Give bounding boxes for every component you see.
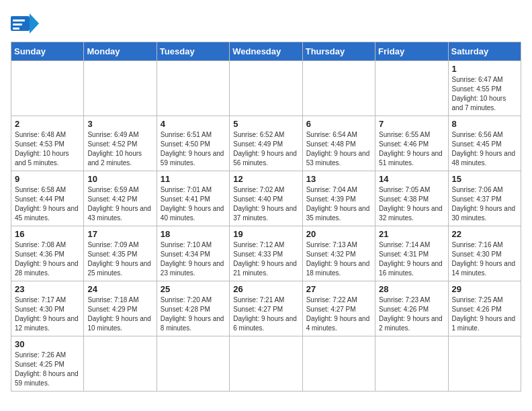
logo: [11, 11, 43, 36]
day-number: 6: [306, 119, 371, 129]
calendar-day-cell: 30Sunrise: 7:26 AM Sunset: 4:25 PM Dayli…: [11, 336, 84, 392]
day-number: 26: [233, 284, 298, 294]
day-number: 15: [452, 174, 517, 184]
calendar-day-cell: [157, 61, 229, 116]
calendar-day-cell: 15Sunrise: 7:06 AM Sunset: 4:37 PM Dayli…: [448, 171, 521, 226]
calendar-day-cell: 2Sunrise: 6:48 AM Sunset: 4:53 PM Daylig…: [11, 116, 84, 171]
calendar-day-cell: 6Sunrise: 6:54 AM Sunset: 4:48 PM Daylig…: [302, 116, 375, 171]
day-info: Sunrise: 6:56 AM Sunset: 4:45 PM Dayligh…: [452, 130, 517, 168]
day-info: Sunrise: 6:49 AM Sunset: 4:52 PM Dayligh…: [87, 130, 152, 168]
calendar-day-cell: 28Sunrise: 7:23 AM Sunset: 4:26 PM Dayli…: [375, 281, 448, 336]
day-number: 16: [15, 229, 80, 239]
calendar-day-cell: 16Sunrise: 7:08 AM Sunset: 4:36 PM Dayli…: [11, 226, 84, 281]
day-number: 25: [161, 284, 226, 294]
calendar-day-cell: 26Sunrise: 7:21 AM Sunset: 4:27 PM Dayli…: [230, 281, 302, 336]
calendar-day-cell: 25Sunrise: 7:20 AM Sunset: 4:28 PM Dayli…: [157, 281, 229, 336]
calendar-day-cell: [230, 336, 302, 392]
calendar-day-cell: 27Sunrise: 7:22 AM Sunset: 4:27 PM Dayli…: [302, 281, 375, 336]
day-number: 10: [87, 174, 152, 184]
day-number: 2: [15, 119, 80, 129]
page-header: [11, 11, 521, 36]
day-info: Sunrise: 7:16 AM Sunset: 4:30 PM Dayligh…: [452, 240, 517, 278]
calendar-day-cell: 23Sunrise: 7:17 AM Sunset: 4:30 PM Dayli…: [11, 281, 84, 336]
day-number: 14: [379, 174, 444, 184]
day-info: Sunrise: 7:21 AM Sunset: 4:27 PM Dayligh…: [233, 295, 298, 333]
day-info: Sunrise: 7:23 AM Sunset: 4:26 PM Dayligh…: [379, 295, 444, 333]
calendar-day-cell: 4Sunrise: 6:51 AM Sunset: 4:50 PM Daylig…: [157, 116, 229, 171]
calendar-week-row: 1Sunrise: 6:47 AM Sunset: 4:55 PM Daylig…: [11, 61, 521, 116]
calendar-week-row: 30Sunrise: 7:26 AM Sunset: 4:25 PM Dayli…: [11, 336, 521, 392]
day-number: 24: [87, 284, 152, 294]
calendar-day-cell: [11, 61, 84, 116]
calendar-table: SundayMondayTuesdayWednesdayThursdayFrid…: [11, 42, 521, 392]
calendar-day-cell: 5Sunrise: 6:52 AM Sunset: 4:49 PM Daylig…: [230, 116, 302, 171]
weekday-header-row: SundayMondayTuesdayWednesdayThursdayFrid…: [11, 42, 521, 61]
weekday-header-monday: Monday: [84, 42, 157, 61]
day-number: 18: [161, 229, 226, 239]
day-info: Sunrise: 7:13 AM Sunset: 4:32 PM Dayligh…: [306, 240, 371, 278]
day-number: 11: [161, 174, 226, 184]
calendar-day-cell: 14Sunrise: 7:05 AM Sunset: 4:38 PM Dayli…: [375, 171, 448, 226]
day-info: Sunrise: 6:51 AM Sunset: 4:50 PM Dayligh…: [161, 130, 226, 168]
calendar-day-cell: 12Sunrise: 7:02 AM Sunset: 4:40 PM Dayli…: [230, 171, 302, 226]
day-info: Sunrise: 7:06 AM Sunset: 4:37 PM Dayligh…: [452, 185, 517, 223]
day-number: 9: [15, 174, 80, 184]
calendar-day-cell: 17Sunrise: 7:09 AM Sunset: 4:35 PM Dayli…: [84, 226, 157, 281]
day-number: 4: [161, 119, 226, 129]
day-info: Sunrise: 6:58 AM Sunset: 4:44 PM Dayligh…: [15, 185, 80, 223]
day-number: 30: [15, 339, 80, 349]
calendar-day-cell: [302, 61, 375, 116]
day-info: Sunrise: 6:48 AM Sunset: 4:53 PM Dayligh…: [15, 130, 80, 168]
calendar-day-cell: 11Sunrise: 7:01 AM Sunset: 4:41 PM Dayli…: [157, 171, 229, 226]
day-number: 12: [233, 174, 298, 184]
calendar-day-cell: [375, 61, 448, 116]
day-info: Sunrise: 7:02 AM Sunset: 4:40 PM Dayligh…: [233, 185, 298, 223]
day-number: 27: [306, 284, 371, 294]
day-number: 29: [452, 284, 517, 294]
calendar-day-cell: 22Sunrise: 7:16 AM Sunset: 4:30 PM Dayli…: [448, 226, 521, 281]
day-info: Sunrise: 7:17 AM Sunset: 4:30 PM Dayligh…: [15, 295, 80, 333]
day-info: Sunrise: 6:59 AM Sunset: 4:42 PM Dayligh…: [87, 185, 152, 223]
day-number: 5: [233, 119, 298, 129]
calendar-day-cell: [230, 61, 302, 116]
calendar-day-cell: 3Sunrise: 6:49 AM Sunset: 4:52 PM Daylig…: [84, 116, 157, 171]
day-number: 3: [87, 119, 152, 129]
day-info: Sunrise: 6:55 AM Sunset: 4:46 PM Dayligh…: [379, 130, 444, 168]
svg-rect-2: [13, 19, 25, 21]
day-info: Sunrise: 7:10 AM Sunset: 4:34 PM Dayligh…: [161, 240, 226, 278]
logo-icon: [11, 11, 39, 36]
weekday-header-wednesday: Wednesday: [230, 42, 302, 61]
day-info: Sunrise: 7:05 AM Sunset: 4:38 PM Dayligh…: [379, 185, 444, 223]
calendar-day-cell: 7Sunrise: 6:55 AM Sunset: 4:46 PM Daylig…: [375, 116, 448, 171]
day-info: Sunrise: 7:12 AM Sunset: 4:33 PM Dayligh…: [233, 240, 298, 278]
day-info: Sunrise: 7:22 AM Sunset: 4:27 PM Dayligh…: [306, 295, 371, 333]
calendar-day-cell: [375, 336, 448, 392]
calendar-day-cell: 20Sunrise: 7:13 AM Sunset: 4:32 PM Dayli…: [302, 226, 375, 281]
day-number: 21: [379, 229, 444, 239]
day-info: Sunrise: 7:26 AM Sunset: 4:25 PM Dayligh…: [15, 351, 80, 388]
weekday-header-saturday: Saturday: [448, 42, 521, 61]
day-info: Sunrise: 7:14 AM Sunset: 4:31 PM Dayligh…: [379, 240, 444, 278]
day-info: Sunrise: 6:54 AM Sunset: 4:48 PM Dayligh…: [306, 130, 371, 168]
weekday-header-thursday: Thursday: [302, 42, 375, 61]
calendar-day-cell: [448, 336, 521, 392]
svg-rect-3: [13, 24, 22, 26]
day-number: 20: [306, 229, 371, 239]
svg-rect-4: [13, 28, 19, 30]
day-number: 13: [306, 174, 371, 184]
day-number: 19: [233, 229, 298, 239]
day-info: Sunrise: 7:20 AM Sunset: 4:28 PM Dayligh…: [161, 295, 226, 333]
day-info: Sunrise: 7:18 AM Sunset: 4:29 PM Dayligh…: [87, 295, 152, 333]
day-number: 23: [15, 284, 80, 294]
calendar-day-cell: 10Sunrise: 6:59 AM Sunset: 4:42 PM Dayli…: [84, 171, 157, 226]
day-info: Sunrise: 7:09 AM Sunset: 4:35 PM Dayligh…: [87, 240, 152, 278]
day-info: Sunrise: 6:52 AM Sunset: 4:49 PM Dayligh…: [233, 130, 298, 168]
calendar-day-cell: [157, 336, 229, 392]
day-info: Sunrise: 7:04 AM Sunset: 4:39 PM Dayligh…: [306, 185, 371, 223]
calendar-week-row: 16Sunrise: 7:08 AM Sunset: 4:36 PM Dayli…: [11, 226, 521, 281]
calendar-day-cell: 19Sunrise: 7:12 AM Sunset: 4:33 PM Dayli…: [230, 226, 302, 281]
calendar-day-cell: [84, 336, 157, 392]
calendar-day-cell: [84, 61, 157, 116]
calendar-week-row: 2Sunrise: 6:48 AM Sunset: 4:53 PM Daylig…: [11, 116, 521, 171]
day-number: 28: [379, 284, 444, 294]
